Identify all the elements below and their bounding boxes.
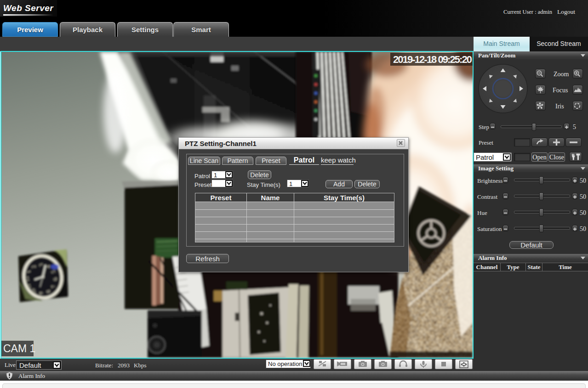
svg-text:2019-12-18 09:25:20: 2019-12-18 09:25:20 xyxy=(393,54,472,65)
svg-text:CAM 1: CAM 1 xyxy=(3,343,35,354)
